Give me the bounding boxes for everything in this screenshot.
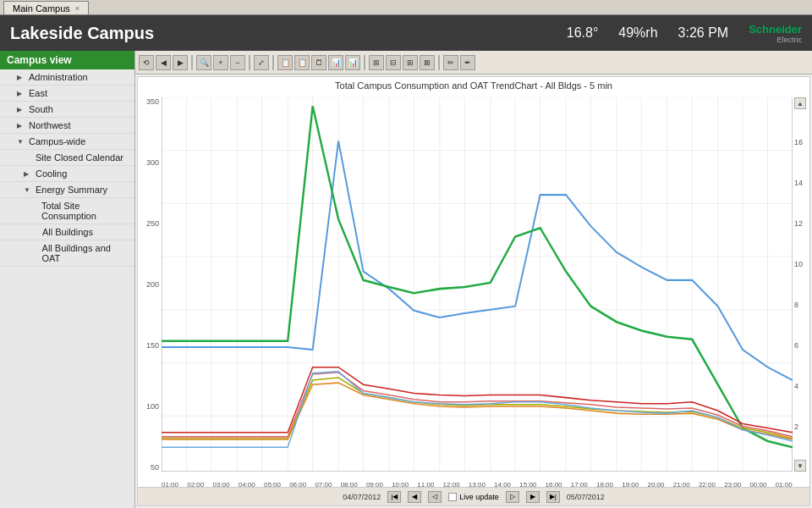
copy2-button[interactable]: 📋 <box>294 55 310 70</box>
live-update-checkbox[interactable] <box>448 493 457 501</box>
main-campus-tab[interactable]: Main Campus × <box>3 1 89 14</box>
prev-page-button[interactable]: ◀ <box>408 491 421 503</box>
chart-bottom-bar: 04/07/2012 |◀ ◀ ◁ Live update ▷ ▶ ▶| 05/… <box>138 487 809 505</box>
chart-plot-area <box>162 97 793 472</box>
expand-icon: ▶ <box>17 90 25 97</box>
note-button[interactable]: 🗒 <box>311 55 326 70</box>
sidebar-item-label: All Buildings <box>42 227 93 237</box>
expand-icon: ▼ <box>17 138 25 146</box>
tab-bar: Main Campus × <box>0 0 812 15</box>
sidebar-item-label: Campus-wide <box>29 136 85 146</box>
sidebar-item-label: Northwest <box>29 120 71 130</box>
chart-button[interactable]: 📊 <box>328 55 343 70</box>
sidebar-item-label: All Buildings and OAT <box>42 243 128 263</box>
sidebar-item-administration[interactable]: ▶ Administration <box>0 69 134 86</box>
chart-title: Total Campus Consumption and OAT TrendCh… <box>138 77 809 91</box>
end-date: 05/07/2012 <box>567 493 605 501</box>
sidebar-item-east[interactable]: ▶ East <box>0 86 134 102</box>
expand-button[interactable]: ⤢ <box>254 55 269 70</box>
next-page-button[interactable]: ▶ <box>526 491 540 503</box>
brand-logo: Schneider Electric <box>749 23 802 44</box>
sidebar-item-label: Administration <box>29 72 88 82</box>
brand-name: Schneider <box>749 23 802 36</box>
main-layout: Campus view ▶ Administration ▶ East ▶ So… <box>0 51 812 508</box>
copy-button[interactable]: 📋 <box>277 55 293 70</box>
chart-toolbar: ⟲ ◀ ▶ 🔍 + − ⤢ 📋 📋 🗒 📊 📊 ⊞ ⊟ ⊞ ⊠ ✏ ✒ <box>135 51 812 75</box>
sidebar-item-energy-summary[interactable]: ▼ Energy Summary <box>0 182 134 198</box>
pen-button[interactable]: ✏ <box>443 55 458 70</box>
zoom-button[interactable]: 🔍 <box>196 55 211 70</box>
content-area: ⟲ ◀ ▶ 🔍 + − ⤢ 📋 📋 🗒 📊 📊 ⊞ ⊟ ⊞ ⊠ ✏ ✒ <box>135 51 812 508</box>
sidebar-header: Campus view <box>0 51 134 69</box>
page-title: Lakeside Campus <box>10 24 154 43</box>
brand-sub: Electric <box>776 36 802 44</box>
sidebar-item-label: Total Site Consumption <box>41 201 128 221</box>
live-update-label: Live update <box>459 493 499 501</box>
sidebar-item-label: Site Closed Calendar <box>36 152 123 163</box>
toolbar-separator <box>191 55 193 70</box>
header-stats: 16.8° 49%rh 3:26 PM Schneider Electric <box>567 23 802 44</box>
table3-button[interactable]: ⊞ <box>403 55 418 70</box>
time-display: 3:26 PM <box>678 25 729 41</box>
chart-svg <box>162 97 793 472</box>
expand-icon: ▶ <box>17 106 25 113</box>
sidebar: Campus view ▶ Administration ▶ East ▶ So… <box>0 51 135 508</box>
toolbar-separator-2 <box>249 55 250 70</box>
live-update-control: Live update <box>448 493 499 501</box>
first-page-button[interactable]: |◀ <box>387 491 401 503</box>
sidebar-item-total-site-consumption[interactable]: Total Site Consumption <box>0 198 134 224</box>
toolbar-separator-3 <box>272 55 274 70</box>
sidebar-item-label: Energy Summary <box>36 185 107 195</box>
scroll-down-button[interactable]: ▼ <box>794 460 806 472</box>
pen2-button[interactable]: ✒ <box>460 55 475 70</box>
back-button[interactable]: ◀ <box>156 55 171 70</box>
zoom-in-button[interactable]: + <box>213 55 228 70</box>
table4-button[interactable]: ⊠ <box>420 55 435 70</box>
y-axis-right: 18 16 14 12 10 8 6 4 2 0 <box>793 97 809 472</box>
scroll-up-button[interactable]: ▲ <box>794 97 806 109</box>
expand-icon: ▶ <box>17 122 25 130</box>
next-step-button[interactable]: ▷ <box>506 491 519 503</box>
expand-icon: ▶ <box>24 170 32 178</box>
tab-close-button[interactable]: × <box>75 4 80 13</box>
last-page-button[interactable]: ▶| <box>546 491 560 503</box>
chart2-button[interactable]: 📊 <box>345 55 360 70</box>
sidebar-item-label: Cooling <box>36 168 67 179</box>
sidebar-item-south[interactable]: ▶ South <box>0 102 134 118</box>
temperature-display: 16.8° <box>567 25 599 41</box>
sidebar-item-label: East <box>29 88 47 98</box>
toolbar-separator-4 <box>364 55 365 70</box>
y-axis-left: 350 300 250 200 150 100 50 <box>138 97 162 472</box>
toolbar-separator-5 <box>438 55 440 70</box>
chart-container: Total Campus Consumption and OAT TrendCh… <box>137 76 810 506</box>
zoom-out-button[interactable]: − <box>230 55 245 70</box>
tab-label: Main Campus <box>13 3 70 14</box>
sidebar-item-all-buildings-oat[interactable]: All Buildings and OAT <box>0 240 134 267</box>
sidebar-item-campus-wide[interactable]: ▼ Campus-wide <box>0 134 134 150</box>
humidity-display: 49%rh <box>618 25 657 41</box>
app-header: Lakeside Campus 16.8° 49%rh 3:26 PM Schn… <box>0 15 812 51</box>
expand-icon: ▶ <box>17 74 25 81</box>
prev-step-button[interactable]: ◁ <box>428 491 442 503</box>
sidebar-item-site-closed-calendar[interactable]: Site Closed Calendar <box>0 150 134 166</box>
sidebar-item-label: South <box>29 104 53 114</box>
table2-button[interactable]: ⊟ <box>386 55 401 70</box>
table-button[interactable]: ⊞ <box>369 55 384 70</box>
sidebar-item-all-buildings[interactable]: All Buildings <box>0 224 134 240</box>
forward-button[interactable]: ▶ <box>173 55 188 70</box>
refresh-button[interactable]: ⟲ <box>139 55 154 70</box>
expand-icon: ▼ <box>24 186 32 194</box>
sidebar-item-northwest[interactable]: ▶ Northwest <box>0 118 134 134</box>
start-date: 04/07/2012 <box>343 493 381 501</box>
sidebar-item-cooling[interactable]: ▶ Cooling <box>0 166 134 182</box>
